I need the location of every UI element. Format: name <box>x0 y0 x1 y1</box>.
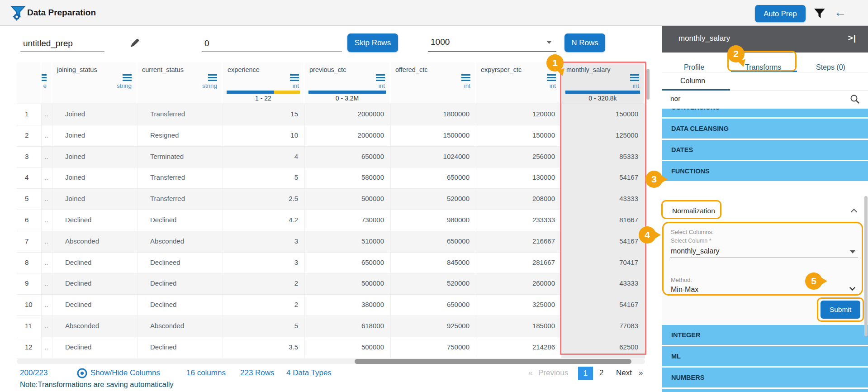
prep-name-input[interactable] <box>20 35 104 52</box>
subtab-column[interactable]: Column <box>680 77 705 85</box>
table-cell-monthly_salary: 43333 <box>562 273 645 294</box>
tab-profile[interactable]: Profile <box>684 63 704 72</box>
back-arrow-icon[interactable]: ← <box>834 5 846 19</box>
column-header-joining_status[interactable]: joining_statusstring <box>52 62 138 104</box>
table-row: 10..DeclinedDeclined23800006500003250005… <box>17 295 645 316</box>
skip-rows-input[interactable] <box>202 35 342 52</box>
column-menu-icon[interactable] <box>376 74 385 81</box>
column-menu-icon[interactable] <box>461 74 470 81</box>
search-input-value[interactable]: nor <box>670 95 680 103</box>
pagination-last[interactable]: » <box>639 368 643 378</box>
column-header-current_status[interactable]: current_statusstring <box>138 62 223 104</box>
table-cell-joining_status: Declined <box>52 210 138 231</box>
n-rows-button[interactable]: N Rows <box>564 33 605 52</box>
top-bar: Data Preparation Auto Prep ← <box>0 0 868 26</box>
category-numbers[interactable]: NUMBERS <box>662 368 868 387</box>
column-type-label: int <box>464 82 470 89</box>
table-cell-stub: .. <box>42 104 52 125</box>
column-menu-icon[interactable] <box>630 74 639 81</box>
column-type-label: string <box>117 82 132 89</box>
category-normalization-expanded[interactable]: Normalization <box>662 202 868 220</box>
table-cell-expyrsper_ctc: 325000 <box>476 295 562 316</box>
collapse-panel-icon[interactable]: >| <box>848 33 856 43</box>
table-cell-stub: .. <box>42 295 52 316</box>
category-data-cleansing[interactable]: DATA CLEANSING <box>662 119 868 139</box>
column-header-stub[interactable]: e <box>42 62 52 104</box>
eye-icon[interactable] <box>77 368 87 378</box>
column-distribution-bar <box>227 91 300 94</box>
table-cell-experience: 5 <box>223 316 305 337</box>
auto-prep-button[interactable]: Auto Prep <box>755 5 806 22</box>
column-menu-icon[interactable] <box>42 74 47 81</box>
column-label: offered_ctc <box>395 66 427 73</box>
pagination-next[interactable]: Next <box>616 368 632 378</box>
category-string[interactable]: STRING <box>662 389 868 392</box>
table-cell-monthly_salary: 85333 <box>562 147 645 167</box>
category-integer[interactable]: INTEGER <box>662 325 868 345</box>
table-cell-joining_status: Joined <box>52 125 138 146</box>
table-cell-stub: .. <box>42 125 52 146</box>
normalization-label: Normalization <box>672 207 715 215</box>
table-row: 12..DeclinedDeclined3.550000075000021428… <box>17 337 645 359</box>
category-dates[interactable]: DATES <box>662 140 868 160</box>
table-cell-offered_ctc: 650000 <box>391 295 476 316</box>
column-label: previous_ctc <box>309 66 346 73</box>
table-body: 1..JoinedTransferred15200000018000001200… <box>17 104 645 359</box>
n-rows-select[interactable]: 1000 <box>428 33 556 52</box>
column-header-monthly_salary[interactable]: monthly_salaryint0 - 320.8k <box>562 62 645 104</box>
column-header-idx[interactable] <box>17 62 42 104</box>
table-cell-previous_ctc: 500000 <box>305 189 391 210</box>
dropdown-caret-icon[interactable] <box>850 250 855 253</box>
table-cell-expyrsper_ctc: 260000 <box>476 273 562 294</box>
column-menu-icon[interactable] <box>290 74 299 81</box>
column-menu-icon[interactable] <box>547 74 556 81</box>
table-cell-experience: 10 <box>223 125 305 146</box>
annotation-badge-2: 2 <box>727 45 745 62</box>
pagination-page-2[interactable]: 2 <box>599 368 603 378</box>
pagination-first[interactable]: « <box>528 368 532 378</box>
transform-search[interactable]: nor <box>662 91 868 109</box>
table-cell-previous_ctc: 2000000 <box>305 104 391 125</box>
category-conversions[interactable]: CONVERSIONS <box>662 109 868 117</box>
skip-rows-button[interactable]: Skip Rows <box>347 33 398 52</box>
pagination-page-1-active[interactable]: 1 <box>578 367 593 380</box>
table-cell-joining_status: Declined <box>52 253 138 273</box>
table-cell-expyrsper_ctc: 120000 <box>476 104 562 125</box>
pagination-previous[interactable]: Previous <box>538 368 568 378</box>
column-select-value[interactable]: monthly_salary <box>671 247 720 255</box>
column-header-offered_ctc[interactable]: offered_ctcint <box>391 62 476 104</box>
column-label: experience <box>228 66 260 73</box>
table-cell-current_status: Resigned <box>138 125 223 146</box>
data-types-count: 4 Data Types <box>286 368 332 378</box>
table-cell-monthly_salary: 62500 <box>562 337 645 358</box>
column-menu-icon[interactable] <box>123 74 132 81</box>
table-cell-idx: 5 <box>17 189 42 210</box>
column-distribution-bar <box>565 91 640 94</box>
table-cell-idx: 3 <box>17 147 42 167</box>
sidebar-scrollbar-thumb[interactable] <box>864 196 868 336</box>
vertical-scrollbar-thumb[interactable] <box>646 69 650 100</box>
table-row: 1..JoinedTransferred15200000018000001200… <box>17 104 645 125</box>
page-title: Data Preparation <box>27 8 96 18</box>
column-header-previous_ctc[interactable]: previous_ctcint0 - 3.2M <box>305 62 391 104</box>
filter-icon[interactable] <box>814 8 825 19</box>
table-cell-joining_status: Joined <box>52 147 138 167</box>
column-header-experience[interactable]: experienceint1 - 22 <box>223 62 305 104</box>
search-icon[interactable] <box>850 94 860 104</box>
submit-button[interactable]: Submit <box>821 301 860 319</box>
tab-steps[interactable]: Steps (0) <box>816 63 845 72</box>
chevron-up-icon[interactable] <box>851 209 857 215</box>
show-hide-columns-link[interactable]: Show/Hide Columns <box>90 368 160 378</box>
table-cell-current_status: Declined <box>138 337 223 358</box>
column-menu-icon[interactable] <box>208 74 217 81</box>
select-chevron-icon[interactable] <box>849 285 855 291</box>
category-ml[interactable]: ML <box>662 346 868 366</box>
method-select-value[interactable]: Min-Max <box>671 286 698 294</box>
table-cell-offered_ctc: 1500000 <box>391 125 476 146</box>
table-cell-monthly_salary: 70417 <box>562 253 645 273</box>
horizontal-scrollbar-thumb[interactable] <box>355 359 631 364</box>
edit-pencil-icon[interactable] <box>129 38 140 49</box>
table-cell-expyrsper_ctc: 150000 <box>476 125 562 146</box>
table-cell-monthly_salary: 150000 <box>562 104 645 125</box>
category-functions[interactable]: FUNCTIONS <box>662 161 868 181</box>
